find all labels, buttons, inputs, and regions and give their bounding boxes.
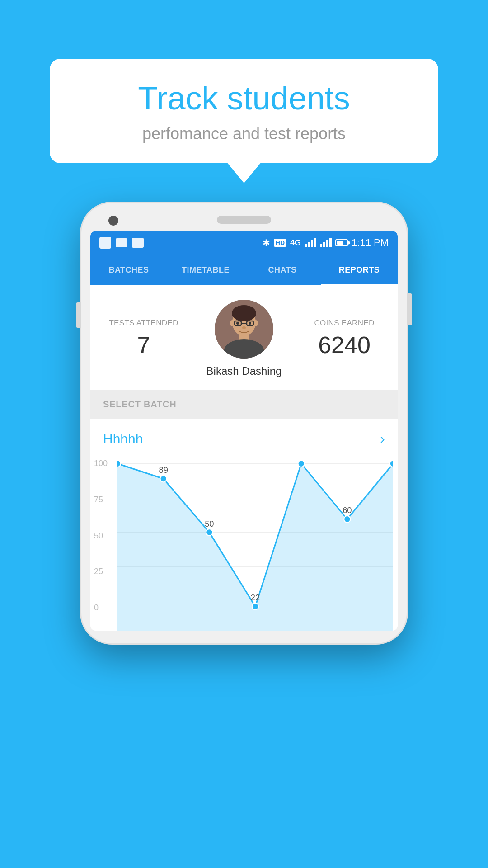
speech-bubble: Track students perfomance and test repor… — [50, 59, 438, 163]
chevron-right-icon[interactable]: › — [380, 430, 385, 447]
status-icons-left — [99, 237, 144, 249]
hd-badge: HD — [274, 239, 286, 247]
svg-point-11 — [249, 322, 251, 325]
chart-container: 100 75 50 25 0 — [90, 459, 398, 631]
svg-text:100: 100 — [294, 459, 308, 460]
batch-item[interactable]: Hhhhh › — [90, 419, 398, 459]
phone-speaker — [217, 216, 271, 224]
y-label-50: 50 — [94, 531, 108, 541]
bluetooth-icon: ✱ — [263, 237, 270, 248]
svg-text:100: 100 — [117, 459, 124, 460]
svg-point-12 — [242, 326, 246, 329]
select-batch-section: SELECT BATCH — [90, 390, 398, 419]
y-label-100: 100 — [94, 459, 108, 468]
y-label-75: 75 — [94, 495, 108, 505]
svg-point-18 — [117, 460, 121, 467]
svg-point-10 — [236, 322, 239, 325]
batch-name: Hhhhh — [103, 431, 143, 447]
y-axis-labels: 100 75 50 25 0 — [94, 459, 108, 613]
y-label-25: 25 — [94, 567, 108, 576]
svg-text:100: 100 — [384, 459, 393, 460]
svg-point-6 — [253, 320, 258, 326]
notification-icon-2 — [116, 238, 127, 247]
4g-label: 4G — [290, 238, 301, 248]
phone-screen: ✱ HD 4G — [90, 231, 398, 631]
line-chart-svg: 100 89 50 22 100 60 100 — [117, 459, 393, 631]
signal-bars-1 — [305, 238, 316, 247]
phone-camera — [108, 216, 118, 226]
svg-point-5 — [230, 320, 235, 326]
tab-chats[interactable]: CHATS — [244, 255, 321, 285]
avatar-block: Bikash Dashing — [206, 300, 282, 377]
svg-text:89: 89 — [159, 465, 168, 474]
status-time: 1:11 PM — [352, 237, 389, 249]
battery-fill — [337, 241, 343, 245]
phone-mockup: ✱ HD 4G — [81, 203, 407, 643]
svg-point-2 — [232, 305, 256, 321]
status-icons-right: ✱ HD 4G — [263, 237, 389, 249]
tests-attended-value: 7 — [103, 331, 184, 359]
coins-earned-value: 6240 — [304, 331, 385, 359]
svg-point-21 — [252, 603, 258, 610]
battery-icon — [335, 239, 348, 246]
avatar — [215, 300, 273, 359]
svg-point-24 — [390, 460, 393, 467]
svg-text:50: 50 — [205, 519, 214, 528]
profile-section: TESTS ATTENDED 7 — [90, 285, 398, 390]
status-bar: ✱ HD 4G — [90, 231, 398, 255]
notification-icon-1 — [99, 237, 111, 249]
coins-earned-label: COINS EARNED — [304, 319, 385, 328]
svg-text:22: 22 — [251, 593, 260, 602]
signal-bars-2 — [320, 238, 332, 247]
svg-point-23 — [344, 516, 350, 523]
profile-name: Bikash Dashing — [206, 365, 282, 377]
nav-tabs: BATCHES TIMETABLE CHATS REPORTS — [90, 255, 398, 285]
tests-attended-label: TESTS ATTENDED — [103, 319, 184, 328]
chart-section: 100 75 50 25 0 — [90, 459, 398, 631]
tab-batches[interactable]: BATCHES — [90, 255, 167, 285]
tests-attended-block: TESTS ATTENDED 7 — [103, 319, 184, 359]
coins-earned-block: COINS EARNED 6240 — [304, 319, 385, 359]
hero-title: Track students — [75, 80, 413, 116]
y-label-0: 0 — [94, 603, 108, 613]
svg-point-20 — [206, 529, 212, 536]
tab-timetable[interactable]: TIMETABLE — [167, 255, 244, 285]
select-batch-label: SELECT BATCH — [103, 399, 385, 410]
svg-point-22 — [298, 460, 305, 467]
notification-icon-3 — [132, 238, 144, 248]
svg-point-19 — [160, 476, 167, 482]
tab-reports[interactable]: REPORTS — [321, 255, 398, 285]
phone-top-bar — [90, 216, 398, 224]
hero-subtitle: perfomance and test reports — [75, 124, 413, 143]
svg-text:60: 60 — [343, 505, 352, 515]
